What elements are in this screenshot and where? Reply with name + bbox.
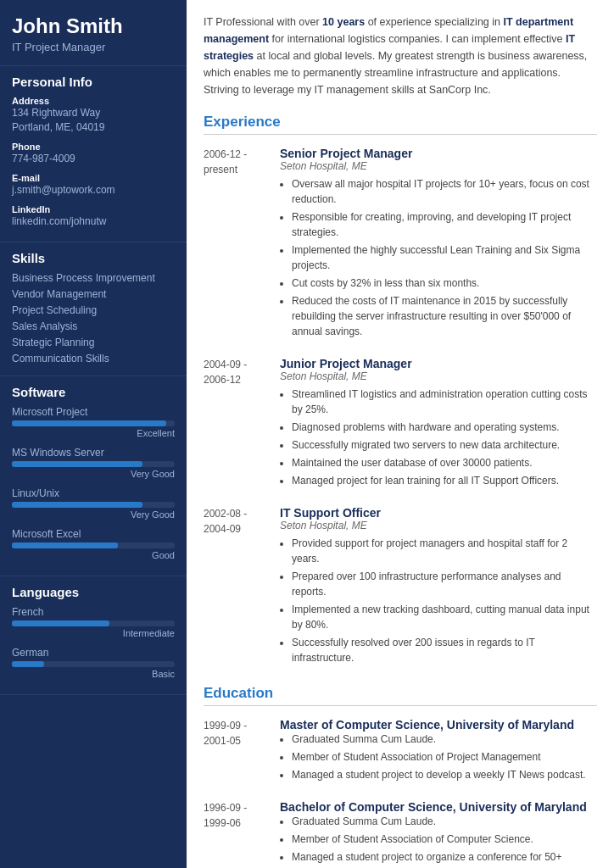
- bar-label: Very Good: [12, 469, 175, 479]
- bullet: Diagnosed problems with hardware and ope…: [292, 420, 597, 435]
- lang-item-french: French Intermediate: [12, 606, 175, 638]
- bullet: Implemented a new tracking dashboard, cu…: [292, 602, 597, 632]
- main-content: IT Professional with over 10 years of ex…: [187, 0, 614, 868]
- entry-bullets: Graduated Summa Cum Laude. Member of Stu…: [280, 732, 597, 782]
- lang-name: French: [12, 606, 175, 618]
- entry-content: Bachelor of Computer Science, University…: [280, 800, 597, 868]
- bar-label: Good: [12, 550, 175, 560]
- personal-info-section: Personal Info Address 134 Rightward WayP…: [0, 66, 187, 242]
- bar-fill: [12, 620, 109, 626]
- skill-item: Communication Skills: [12, 353, 175, 364]
- bar-background: [12, 620, 175, 626]
- bullet: Provided support for project managers an…: [292, 536, 597, 566]
- entry-subtitle: Seton Hospital, ME: [280, 520, 597, 531]
- lang-name: German: [12, 647, 175, 659]
- entry-degree-title: Master of Computer Science, University o…: [280, 718, 597, 732]
- candidate-name: John Smith: [12, 15, 175, 37]
- address-value: 134 Rightward WayPortland, ME, 04019: [12, 106, 175, 135]
- entry-bullets: Graduated Summa Cum Laude. Member of Stu…: [280, 814, 597, 868]
- bar-label: Basic: [12, 669, 175, 679]
- bullet: Graduated Summa Cum Laude.: [292, 814, 597, 829]
- bullet: Implemented the highly successful Lean T…: [292, 242, 597, 273]
- skill-item: Vendor Management: [12, 288, 175, 300]
- skill-item: Project Scheduling: [12, 304, 175, 316]
- bar-fill: [12, 461, 142, 467]
- bar-fill: [12, 502, 142, 508]
- linkedin-label: LinkedIn: [12, 204, 175, 214]
- bullet: Managed a student project to organize a …: [292, 849, 597, 868]
- address-info: Address 134 Rightward WayPortland, ME, 0…: [12, 96, 175, 135]
- email-info: E-mail j.smith@uptowork.com: [12, 173, 175, 198]
- sidebar: John Smith IT Project Manager Personal I…: [0, 0, 187, 868]
- entry-job-title: Junior Project Manager: [280, 357, 597, 370]
- education-entry-2: 1996-09 -1999-06 Bachelor of Computer Sc…: [204, 800, 597, 868]
- candidate-title: IT Project Manager: [12, 41, 175, 53]
- lang-item-german: German Basic: [12, 647, 175, 679]
- bullet: Prepared over 100 infrastructure perform…: [292, 569, 597, 599]
- experience-entry-1: 2006-12 -present Senior Project Manager …: [204, 147, 597, 342]
- entry-content: Master of Computer Science, University o…: [280, 718, 597, 785]
- bullet: Maintained the user database of over 300…: [292, 455, 597, 470]
- experience-section: Experience 2006-12 -present Senior Proje…: [204, 114, 597, 668]
- bar-background: [12, 461, 175, 467]
- software-title: Software: [12, 385, 175, 399]
- experience-entry-2: 2004-09 -2006-12 Junior Project Manager …: [204, 357, 597, 491]
- summary-text: IT Professional with over 10 years of ex…: [204, 14, 597, 98]
- email-value: j.smith@uptowork.com: [12, 183, 175, 198]
- entry-content: Senior Project Manager Seton Hospital, M…: [280, 147, 597, 342]
- bar-fill: [12, 420, 166, 426]
- bar-background: [12, 661, 175, 667]
- software-item-linux: Linux/Unix Very Good: [12, 487, 175, 520]
- skills-title: Skills: [12, 251, 175, 265]
- software-item-windows: MS Windows Server Very Good: [12, 447, 175, 479]
- phone-value: 774-987-4009: [12, 152, 175, 166]
- bullet: Successfully migrated two servers to new…: [292, 437, 597, 453]
- bullet: Successfully resolved over 200 issues in…: [292, 635, 597, 665]
- entry-job-title: Senior Project Manager: [280, 147, 597, 160]
- bullet: Graduated Summa Cum Laude.: [292, 732, 597, 747]
- entry-bullets: Streamlined IT logistics and administrat…: [280, 387, 597, 488]
- entry-date: 2006-12 -present: [204, 147, 280, 342]
- entry-degree-title: Bachelor of Computer Science, University…: [280, 800, 597, 814]
- entry-bullets: Oversaw all major hospital IT projects f…: [280, 176, 597, 339]
- bullet: Member of Student Association of Compute…: [292, 832, 597, 847]
- entry-content: Junior Project Manager Seton Hospital, M…: [280, 357, 597, 491]
- bar-background: [12, 542, 175, 548]
- phone-info: Phone 774-987-4009: [12, 142, 175, 166]
- languages-section: Languages French Intermediate German Bas…: [0, 576, 187, 695]
- address-label: Address: [12, 96, 175, 106]
- software-name: Microsoft Excel: [12, 528, 175, 540]
- phone-label: Phone: [12, 142, 175, 152]
- bar-background: [12, 502, 175, 508]
- linkedin-info: LinkedIn linkedin.com/johnutw: [12, 204, 175, 229]
- education-entry-1: 1999-09 -2001-05 Master of Computer Scie…: [204, 718, 597, 785]
- entry-subtitle: Seton Hospital, ME: [280, 370, 597, 382]
- experience-entry-3: 2002-08 -2004-09 IT Support Officer Seto…: [204, 506, 597, 668]
- bullet: Responsible for creating, improving, and…: [292, 209, 597, 240]
- linkedin-value: linkedin.com/johnutw: [12, 214, 175, 229]
- entry-date: 1996-09 -1999-06: [204, 800, 280, 868]
- bullet: Reduced the costs of IT maintenance in 2…: [292, 293, 597, 339]
- sidebar-header: John Smith IT Project Manager: [0, 0, 187, 66]
- bar-fill: [12, 542, 118, 548]
- bullet: Managed project for lean training for al…: [292, 473, 597, 488]
- education-section: Education 1999-09 -2001-05 Master of Com…: [204, 685, 597, 868]
- personal-info-title: Personal Info: [12, 75, 175, 89]
- software-item-excel: Microsoft Excel Good: [12, 528, 175, 560]
- entry-date: 2004-09 -2006-12: [204, 357, 280, 491]
- bullet: Member of Student Association of Project…: [292, 749, 597, 765]
- entry-content: IT Support Officer Seton Hospital, ME Pr…: [280, 506, 597, 668]
- skills-section: Skills Business Process Improvement Vend…: [0, 242, 187, 376]
- bullet: Streamlined IT logistics and administrat…: [292, 387, 597, 417]
- bullet: Cut costs by 32% in less than six months…: [292, 275, 597, 291]
- bullet: Managed a student project to develop a w…: [292, 767, 597, 782]
- bar-label: Intermediate: [12, 628, 175, 638]
- languages-title: Languages: [12, 585, 175, 599]
- bar-label: Excellent: [12, 428, 175, 438]
- software-item-ms-project: Microsoft Project Excellent: [12, 406, 175, 438]
- entry-date: 1999-09 -2001-05: [204, 718, 280, 785]
- software-name: Linux/Unix: [12, 487, 175, 499]
- bullet: Oversaw all major hospital IT projects f…: [292, 176, 597, 207]
- skill-item: Sales Analysis: [12, 320, 175, 332]
- bar-fill: [12, 661, 44, 667]
